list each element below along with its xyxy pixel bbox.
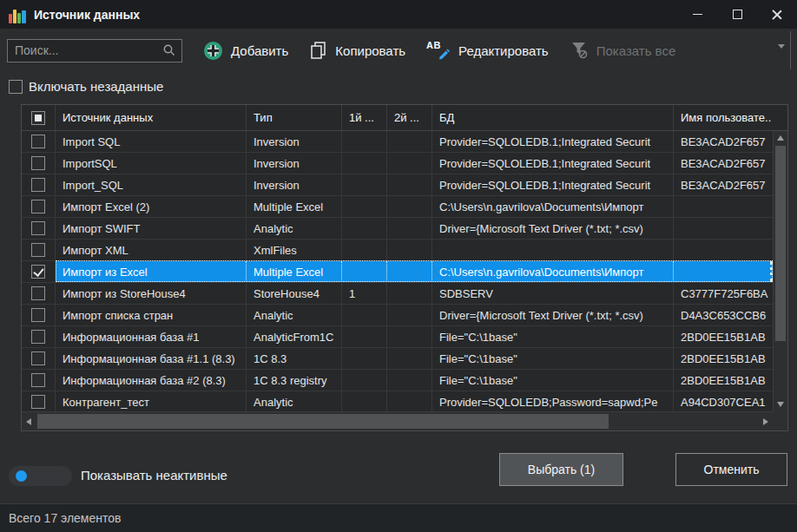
row-checkbox-cell[interactable]	[22, 131, 56, 152]
cell-type[interactable]: Analytic	[247, 391, 342, 411]
cell-second[interactable]	[387, 326, 432, 347]
row-checkbox-cell[interactable]	[22, 283, 56, 304]
row-checkbox-cell[interactable]	[22, 370, 56, 391]
scroll-left-icon[interactable]	[22, 412, 36, 430]
cell-db[interactable]: File="C:\1base"	[432, 370, 674, 391]
cell-username[interactable]: BE3ACAD2F657	[674, 153, 773, 174]
cell-type[interactable]: Inversion	[247, 131, 342, 152]
header-second[interactable]: 2й ...	[387, 105, 432, 130]
cell-db[interactable]	[432, 240, 674, 260]
cell-source[interactable]: Импорт из Excel	[56, 261, 247, 282]
cell-second[interactable]	[387, 153, 432, 174]
row-checkbox[interactable]	[31, 156, 45, 170]
table-row[interactable]: Импорт списка странAnalyticDriver={Micro…	[22, 305, 773, 326]
row-checkbox-cell[interactable]	[22, 326, 56, 347]
cell-second[interactable]	[387, 348, 432, 369]
scroll-right-icon[interactable]	[759, 412, 773, 430]
include-unset-row[interactable]: Включать незаданные	[9, 79, 163, 94]
table-row[interactable]: Информационная база #1.1 (8.3)1C 8.3File…	[22, 348, 773, 370]
cell-first[interactable]	[342, 218, 387, 239]
header-first[interactable]: 1й ...	[342, 105, 387, 130]
cell-username[interactable]: BE3ACAD2F657	[674, 131, 773, 152]
cell-db[interactable]: C:\Users\n.gavrilova\Documents\Импорт	[432, 261, 674, 282]
cell-db[interactable]: SDBSERV	[432, 283, 674, 304]
cell-db[interactable]: Provider=SQLOLEDB;Password=sapwd;Pe	[432, 391, 674, 411]
cell-first[interactable]	[342, 370, 387, 391]
cell-source[interactable]: Информационная база #2 (8.3)	[56, 370, 247, 391]
maximize-button[interactable]	[717, 0, 757, 29]
cell-first[interactable]	[342, 174, 387, 195]
cell-source[interactable]: Import SQL	[56, 131, 247, 152]
cell-first[interactable]	[342, 240, 387, 260]
header-source[interactable]: Источник данных	[56, 105, 247, 130]
table-row[interactable]: Импорт SWIFTAnalyticDriver={Microsoft Te…	[22, 218, 773, 240]
header-type[interactable]: Тип	[247, 105, 342, 130]
cell-type[interactable]: AnalyticFrom1C	[247, 326, 342, 347]
table-row[interactable]: Импорт из ExcelMultiple ExcelC:\Users\n.…	[22, 261, 773, 283]
row-checkbox[interactable]	[31, 135, 45, 148]
table-row[interactable]: Контрагент_тестAnalyticProvider=SQLOLEDB…	[22, 391, 773, 411]
cell-db[interactable]: File="C:\1base"	[432, 326, 674, 347]
header-db[interactable]: БД	[432, 105, 674, 130]
row-checkbox[interactable]	[31, 200, 45, 213]
cell-first[interactable]	[342, 131, 387, 152]
cell-source[interactable]: Импорт SWIFT	[56, 218, 247, 239]
close-button[interactable]	[757, 0, 797, 29]
cell-db[interactable]: Driver={Microsoft Text Driver (*.txt; *.…	[432, 218, 674, 239]
table-row[interactable]: Import_SQLInversionProvider=SQLOLEDB.1;I…	[22, 174, 773, 196]
horizontal-scrollbar-thumb[interactable]	[37, 414, 609, 429]
cell-username[interactable]	[674, 218, 773, 239]
cell-username[interactable]: D4A3C653CCB6	[674, 305, 773, 325]
cell-db[interactable]: C:\Users\n.gavrilova\Documents\Импорт	[432, 196, 674, 217]
cell-second[interactable]	[387, 131, 432, 152]
cell-source[interactable]: Импорт Excel (2)	[56, 196, 247, 217]
cell-username[interactable]: 2BD0EE15B1AB	[674, 326, 773, 347]
search-input[interactable]	[13, 43, 162, 58]
cell-second[interactable]	[387, 218, 432, 239]
cell-username[interactable]: 2BD0EE15B1AB	[674, 348, 773, 369]
cell-first[interactable]	[342, 391, 387, 411]
select-button[interactable]: Выбрать (1)	[499, 453, 623, 486]
cell-type[interactable]: Analytic	[247, 218, 342, 239]
cell-db[interactable]: File="C:\1base"	[432, 348, 674, 369]
cell-username[interactable]: C3777F725F6BA	[674, 283, 773, 304]
row-checkbox[interactable]	[31, 265, 45, 279]
row-checkbox-cell[interactable]	[22, 391, 56, 411]
table-row[interactable]: Импорт из StoreHouse4StoreHouse41SDBSERV…	[22, 283, 773, 305]
cell-db[interactable]: Provider=SQLOLEDB.1;Integrated Securit	[432, 153, 674, 174]
cell-second[interactable]	[387, 174, 432, 195]
cell-source[interactable]: Импорт списка стран	[56, 305, 247, 325]
row-checkbox[interactable]	[31, 178, 45, 192]
cell-second[interactable]	[387, 240, 432, 260]
row-checkbox[interactable]	[31, 286, 45, 300]
cell-type[interactable]: Multiple Excel	[247, 261, 342, 282]
cell-username[interactable]	[674, 261, 773, 282]
cell-first[interactable]: 1	[342, 283, 387, 304]
copy-button[interactable]: Копировать	[309, 41, 405, 60]
cell-first[interactable]	[342, 305, 387, 325]
cell-source[interactable]: Контрагент_тест	[56, 391, 247, 411]
vertical-scrollbar[interactable]	[773, 131, 787, 411]
cell-db[interactable]: Driver={Microsoft Text Driver (*.txt; *.…	[432, 305, 674, 325]
minimize-button[interactable]	[677, 0, 717, 29]
show-all-button[interactable]: Показать все	[570, 41, 676, 60]
row-checkbox-cell[interactable]	[22, 305, 56, 325]
cell-type[interactable]: Inversion	[247, 174, 342, 195]
cell-source[interactable]: Информационная база #1	[56, 326, 247, 347]
table-row[interactable]: Информационная база #2 (8.3)1C 8.3 regis…	[22, 370, 773, 391]
table-row[interactable]: Импорт Excel (2)Multiple ExcelC:\Users\n…	[22, 196, 773, 218]
row-checkbox[interactable]	[31, 221, 45, 235]
cell-second[interactable]	[387, 305, 432, 325]
row-checkbox-cell[interactable]	[22, 218, 56, 239]
cell-source[interactable]: Информационная база #1.1 (8.3)	[56, 348, 247, 369]
scroll-down-icon[interactable]	[774, 402, 787, 407]
cell-db[interactable]: Provider=SQLOLEDB.1;Integrated Securit	[432, 174, 674, 195]
cell-username[interactable]: 2BD0EE15B1AB	[674, 370, 773, 391]
cell-first[interactable]	[342, 348, 387, 369]
cell-type[interactable]: 1C 8.3 registry	[247, 370, 342, 391]
row-checkbox-cell[interactable]	[22, 153, 56, 174]
row-checkbox[interactable]	[31, 395, 45, 409]
cell-type[interactable]: StoreHouse4	[247, 283, 342, 304]
row-checkbox[interactable]	[31, 351, 45, 365]
cell-source[interactable]: Импорт XML	[56, 240, 247, 260]
